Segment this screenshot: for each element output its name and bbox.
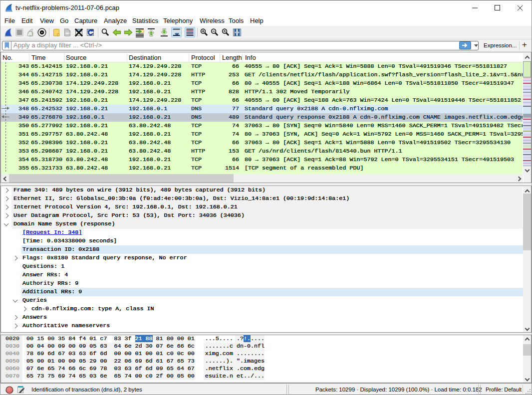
svg-text:010: 010 [65, 33, 69, 35]
